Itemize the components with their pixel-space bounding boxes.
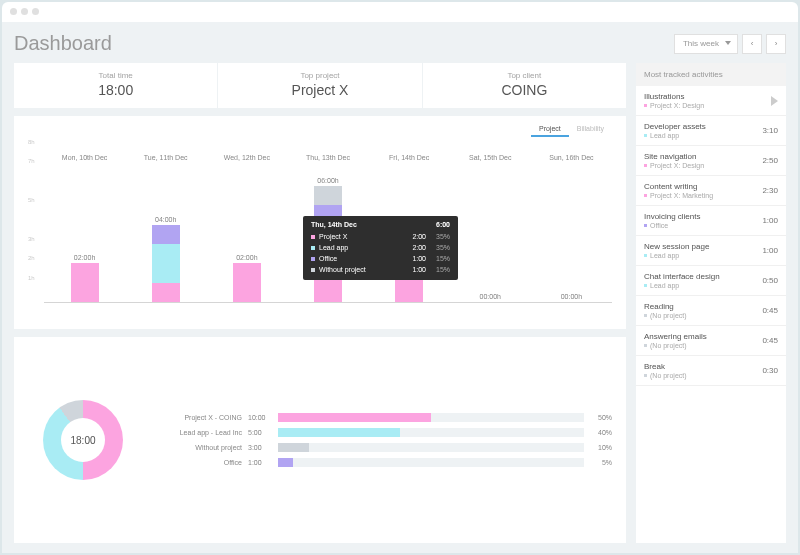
tooltip-row-pct: 15% — [430, 253, 450, 264]
activity-item[interactable]: Content writingProject X: Marketing2:30 — [636, 176, 786, 206]
activity-title: Site navigation — [644, 152, 704, 161]
activity-sub: Project X: Marketing — [644, 192, 713, 199]
y-tick-label: 5h — [28, 197, 35, 203]
window-dot — [10, 8, 17, 15]
activity-sub: Lead app — [644, 252, 709, 259]
breakdown-name: Lead app - Lead Inc — [152, 429, 242, 436]
tooltip-row-value: 1:00 — [404, 264, 426, 275]
bar-total-label: 04:00h — [155, 216, 176, 223]
y-tick-label: 3h — [28, 236, 35, 242]
breakdown-fill — [278, 458, 293, 467]
bar-chart: 1h2h3h5h7h8h 02:00h04:00h02:00h06:00h04:… — [28, 148, 612, 323]
summary-label: Top project — [218, 71, 421, 80]
breakdown-track — [278, 428, 584, 437]
bar-segment — [152, 225, 180, 244]
activity-title: Answering emails — [644, 332, 707, 341]
bar-total-label: 00:00h — [561, 293, 582, 300]
summary-row: Total time 18:00 Top project Project X T… — [14, 63, 626, 108]
main-column: Total time 18:00 Top project Project X T… — [14, 63, 626, 543]
activity-item[interactable]: Developer assetsLead app3:10 — [636, 116, 786, 146]
bullet-icon — [644, 314, 647, 317]
tooltip-row: Office1:0015% — [311, 253, 450, 264]
breakdown-track — [278, 458, 584, 467]
bullet-icon — [644, 284, 647, 287]
donut-wrap: 18:00 — [28, 347, 138, 533]
legend-swatch-icon — [311, 268, 315, 272]
tooltip-row-name: Office — [319, 253, 400, 264]
bullet-icon — [644, 224, 647, 227]
bar-segment — [314, 186, 342, 205]
activity-time: 0:50 — [762, 276, 778, 285]
bar-column[interactable]: 00:00h — [531, 148, 612, 302]
breakdown-pct: 10% — [590, 444, 612, 451]
activity-title: Reading — [644, 302, 687, 311]
activity-item[interactable]: Reading(No project)0:45 — [636, 296, 786, 326]
breakdown-value: 10:00 — [248, 414, 272, 421]
activity-item[interactable]: IllustrationsProject X: Design — [636, 86, 786, 116]
breakdown-row: Project X - COING10:0050% — [152, 413, 612, 422]
tab-project[interactable]: Project — [531, 122, 569, 137]
page-title: Dashboard — [14, 32, 112, 55]
play-icon[interactable] — [771, 96, 778, 106]
bar-column[interactable]: 04:00h — [125, 148, 206, 302]
activity-item[interactable]: New session pageLead app1:00 — [636, 236, 786, 266]
app-window: Dashboard This week ‹ › Total time 18:00 — [2, 2, 798, 553]
app-body: Dashboard This week ‹ › Total time 18:00 — [2, 22, 798, 553]
sidebar: Most tracked activities IllustrationsPro… — [636, 63, 786, 543]
bar-column[interactable]: 02:00h — [44, 148, 125, 302]
header-controls: This week ‹ › — [674, 34, 786, 54]
window-dot — [32, 8, 39, 15]
breakdown-bars: Project X - COING10:0050%Lead app - Lead… — [152, 347, 612, 533]
breakdown-name: Office — [152, 459, 242, 466]
bar-column[interactable]: 02:00h — [206, 148, 287, 302]
titlebar — [2, 2, 798, 22]
summary-top-client: Top client COING — [423, 63, 626, 108]
tab-billability[interactable]: Billability — [569, 122, 612, 137]
bullet-icon — [644, 374, 647, 377]
activity-item[interactable]: Chat interface designLead app0:50 — [636, 266, 786, 296]
breakdown-row: Lead app - Lead Inc5:0040% — [152, 428, 612, 437]
breakdown-fill — [278, 428, 400, 437]
bar-total-label: 02:00h — [74, 254, 95, 261]
tooltip-total: 6:00 — [436, 221, 450, 228]
breakdown-track — [278, 443, 584, 452]
bullet-icon — [644, 344, 647, 347]
donut-center: 18:00 — [61, 418, 105, 462]
y-tick-label: 7h — [28, 158, 35, 164]
breakdown-pct: 5% — [590, 459, 612, 466]
tooltip-row-name: Without project — [319, 264, 400, 275]
activity-item[interactable]: Answering emails(No project)0:45 — [636, 326, 786, 356]
chart-tabs: Project Billability — [531, 122, 612, 137]
breakdown-name: Project X - COING — [152, 414, 242, 421]
breakdown-pct: 50% — [590, 414, 612, 421]
tooltip-row-value: 2:00 — [404, 231, 426, 242]
activity-time: 0:45 — [762, 336, 778, 345]
activity-sub: (No project) — [644, 312, 687, 319]
prev-button[interactable]: ‹ — [742, 34, 762, 54]
bar-segment — [233, 263, 261, 302]
activity-item[interactable]: Invoicing clientsOffice1:00 — [636, 206, 786, 236]
tooltip-row: Project X2:0035% — [311, 231, 450, 242]
period-label: This week — [683, 39, 719, 48]
activity-time: 1:00 — [762, 246, 778, 255]
period-select[interactable]: This week — [674, 34, 738, 54]
donut-chart: 18:00 — [43, 400, 123, 480]
activity-item[interactable]: Site navigationProject X: Design2:50 — [636, 146, 786, 176]
bullet-icon — [644, 194, 647, 197]
summary-value: COING — [423, 82, 626, 98]
tooltip-title: Thu, 14th Dec — [311, 221, 357, 228]
bar-total-label: 00:00h — [480, 293, 501, 300]
activity-title: Illustrations — [644, 92, 704, 101]
breakdown-fill — [278, 443, 309, 452]
next-button[interactable]: › — [766, 34, 786, 54]
bar-column[interactable]: 00:00h — [450, 148, 531, 302]
activity-time: 0:45 — [762, 306, 778, 315]
activity-sub: Office — [644, 222, 700, 229]
tooltip-row-pct: 15% — [430, 264, 450, 275]
activity-sub: Project X: Design — [644, 102, 704, 109]
summary-label: Top client — [423, 71, 626, 80]
activity-item[interactable]: Break(No project)0:30 — [636, 356, 786, 386]
bullet-icon — [644, 164, 647, 167]
summary-value: Project X — [218, 82, 421, 98]
activity-time: 2:50 — [762, 156, 778, 165]
